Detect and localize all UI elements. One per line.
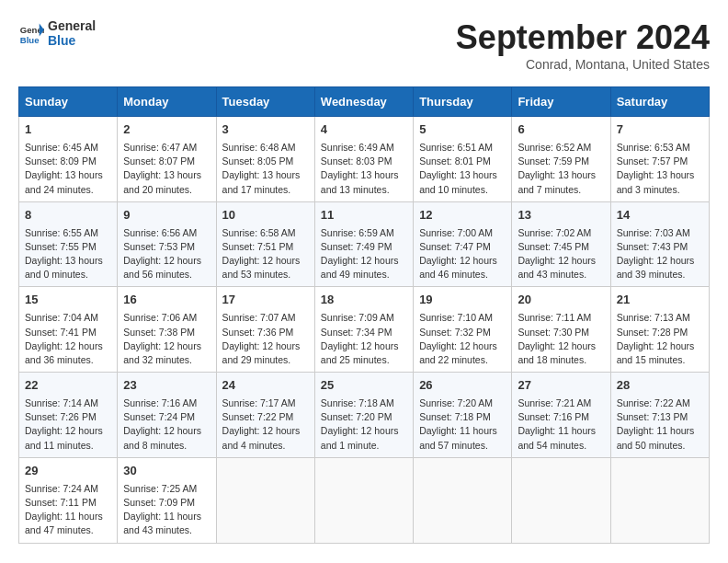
day-info-line: Sunset: 7:36 PM bbox=[222, 326, 309, 339]
day-info-line: Daylight: 13 hours bbox=[419, 168, 506, 182]
calendar-cell bbox=[610, 457, 709, 543]
day-info-line: Daylight: 12 hours bbox=[25, 339, 111, 353]
day-info-line: and 54 minutes. bbox=[518, 439, 604, 453]
day-info-line: Daylight: 12 hours bbox=[617, 339, 703, 353]
day-number: 22 bbox=[25, 377, 111, 395]
calendar-cell: 9Sunrise: 6:56 AMSunset: 7:53 PMDaylight… bbox=[118, 201, 216, 287]
day-info-line: and 15 minutes. bbox=[617, 353, 703, 367]
day-info-line: Daylight: 13 hours bbox=[617, 168, 703, 182]
day-info-line: Daylight: 11 hours bbox=[617, 424, 703, 438]
day-info-line: and 36 minutes. bbox=[25, 353, 111, 367]
day-number: 2 bbox=[123, 121, 210, 139]
day-header-monday: Monday bbox=[118, 87, 216, 117]
day-info-line: Daylight: 12 hours bbox=[518, 254, 604, 268]
day-info-line: and 39 minutes. bbox=[617, 268, 703, 282]
calendar-cell: 1Sunrise: 6:45 AMSunset: 8:09 PMDaylight… bbox=[19, 117, 118, 202]
day-info-line: Daylight: 13 hours bbox=[321, 168, 407, 182]
day-info-line: and 25 minutes. bbox=[321, 353, 407, 367]
day-header-wednesday: Wednesday bbox=[314, 87, 413, 117]
day-info-line: Sunrise: 7:04 AM bbox=[25, 311, 111, 325]
calendar-cell: 6Sunrise: 6:52 AMSunset: 7:59 PMDaylight… bbox=[512, 117, 610, 202]
day-info-line: Sunset: 7:34 PM bbox=[321, 326, 407, 339]
day-number: 16 bbox=[123, 292, 210, 309]
calendar-header-row: SundayMondayTuesdayWednesdayThursdayFrid… bbox=[19, 87, 710, 117]
day-info-line: and 17 minutes. bbox=[222, 183, 309, 197]
calendar-cell: 13Sunrise: 7:02 AMSunset: 7:45 PMDayligh… bbox=[512, 201, 610, 287]
day-info-line: Sunrise: 7:18 AM bbox=[321, 396, 407, 410]
day-number: 27 bbox=[518, 377, 604, 395]
day-info-line: Sunset: 7:57 PM bbox=[617, 155, 703, 168]
day-info-line: Sunset: 7:22 PM bbox=[222, 410, 309, 424]
day-info-line: and 43 minutes. bbox=[518, 268, 604, 282]
day-info-line: Sunrise: 6:56 AM bbox=[123, 226, 210, 240]
day-info-line: and 57 minutes. bbox=[419, 439, 506, 453]
day-info-line: and 24 minutes. bbox=[25, 183, 111, 197]
day-info-line: Sunrise: 7:24 AM bbox=[25, 482, 111, 496]
day-info-line: Daylight: 12 hours bbox=[617, 254, 703, 268]
day-number: 28 bbox=[617, 377, 703, 395]
day-info-line: Daylight: 11 hours bbox=[25, 510, 111, 523]
day-number: 19 bbox=[419, 292, 506, 309]
logo-general: General bbox=[48, 18, 96, 33]
day-number: 25 bbox=[321, 377, 407, 395]
logo-blue: Blue bbox=[48, 33, 96, 48]
day-info-line: Sunrise: 6:51 AM bbox=[419, 141, 506, 155]
calendar-cell bbox=[216, 457, 314, 543]
day-info-line: and 10 minutes. bbox=[419, 183, 506, 197]
day-info-line: Sunset: 7:43 PM bbox=[617, 240, 703, 254]
day-info-line: and 47 minutes. bbox=[25, 523, 111, 537]
calendar-cell: 16Sunrise: 7:06 AMSunset: 7:38 PMDayligh… bbox=[118, 287, 216, 373]
day-number: 6 bbox=[518, 121, 604, 139]
week-row-2: 8Sunrise: 6:55 AMSunset: 7:55 PMDaylight… bbox=[19, 201, 710, 287]
day-info-line: Sunset: 8:01 PM bbox=[419, 155, 506, 168]
day-info-line: and 49 minutes. bbox=[321, 268, 407, 282]
calendar-cell: 11Sunrise: 6:59 AMSunset: 7:49 PMDayligh… bbox=[314, 201, 413, 287]
day-info-line: Daylight: 12 hours bbox=[123, 254, 210, 268]
day-number: 1 bbox=[25, 121, 111, 139]
calendar-cell: 28Sunrise: 7:22 AMSunset: 7:13 PMDayligh… bbox=[610, 373, 709, 458]
day-number: 20 bbox=[518, 292, 604, 309]
calendar-cell: 24Sunrise: 7:17 AMSunset: 7:22 PMDayligh… bbox=[216, 373, 314, 458]
day-info-line: Daylight: 12 hours bbox=[25, 424, 111, 438]
day-info-line: Sunset: 7:11 PM bbox=[25, 496, 111, 510]
week-row-4: 22Sunrise: 7:14 AMSunset: 7:26 PMDayligh… bbox=[19, 373, 710, 458]
day-number: 3 bbox=[222, 121, 309, 139]
day-info-line: and 29 minutes. bbox=[222, 353, 309, 367]
day-info-line: Sunset: 7:16 PM bbox=[518, 410, 604, 424]
day-info-line: and 8 minutes. bbox=[123, 439, 210, 453]
day-info-line: and 56 minutes. bbox=[123, 268, 210, 282]
day-number: 26 bbox=[419, 377, 506, 395]
calendar-cell: 20Sunrise: 7:11 AMSunset: 7:30 PMDayligh… bbox=[512, 287, 610, 373]
day-header-saturday: Saturday bbox=[610, 87, 709, 117]
day-info-line: Sunset: 7:24 PM bbox=[123, 410, 210, 424]
day-info-line: and 53 minutes. bbox=[222, 268, 309, 282]
day-info-line: Daylight: 13 hours bbox=[518, 168, 604, 182]
day-info-line: and 1 minute. bbox=[321, 439, 407, 453]
day-info-line: Sunrise: 7:10 AM bbox=[419, 311, 506, 325]
calendar-body: 1Sunrise: 6:45 AMSunset: 8:09 PMDaylight… bbox=[19, 117, 710, 544]
day-info-line: Sunrise: 7:11 AM bbox=[518, 311, 604, 325]
day-info-line: Daylight: 13 hours bbox=[25, 168, 111, 182]
day-info-line: Daylight: 12 hours bbox=[419, 254, 506, 268]
calendar-cell bbox=[512, 457, 610, 543]
day-number: 29 bbox=[25, 463, 111, 480]
day-info-line: Sunset: 7:47 PM bbox=[419, 240, 506, 254]
svg-text:Blue: Blue bbox=[20, 35, 40, 45]
day-info-line: Sunset: 7:41 PM bbox=[25, 326, 111, 339]
day-info-line: and 11 minutes. bbox=[25, 439, 111, 453]
calendar-cell bbox=[414, 457, 512, 543]
day-info-line: Sunrise: 7:22 AM bbox=[617, 396, 703, 410]
day-info-line: Sunset: 7:30 PM bbox=[518, 326, 604, 339]
day-info-line: and 0 minutes. bbox=[25, 268, 111, 282]
day-number: 8 bbox=[25, 207, 111, 224]
day-info-line: Sunset: 7:09 PM bbox=[123, 496, 210, 510]
day-info-line: Sunrise: 7:03 AM bbox=[617, 226, 703, 240]
location-subtitle: Conrad, Montana, United States bbox=[456, 57, 710, 72]
day-info-line: Sunrise: 6:55 AM bbox=[25, 226, 111, 240]
calendar-cell: 10Sunrise: 6:58 AMSunset: 7:51 PMDayligh… bbox=[216, 201, 314, 287]
day-info-line: Sunset: 7:28 PM bbox=[617, 326, 703, 339]
week-row-1: 1Sunrise: 6:45 AMSunset: 8:09 PMDaylight… bbox=[19, 117, 710, 202]
day-info-line: Sunrise: 6:58 AM bbox=[222, 226, 309, 240]
calendar-cell: 4Sunrise: 6:49 AMSunset: 8:03 PMDaylight… bbox=[314, 117, 413, 202]
day-number: 4 bbox=[321, 121, 407, 139]
